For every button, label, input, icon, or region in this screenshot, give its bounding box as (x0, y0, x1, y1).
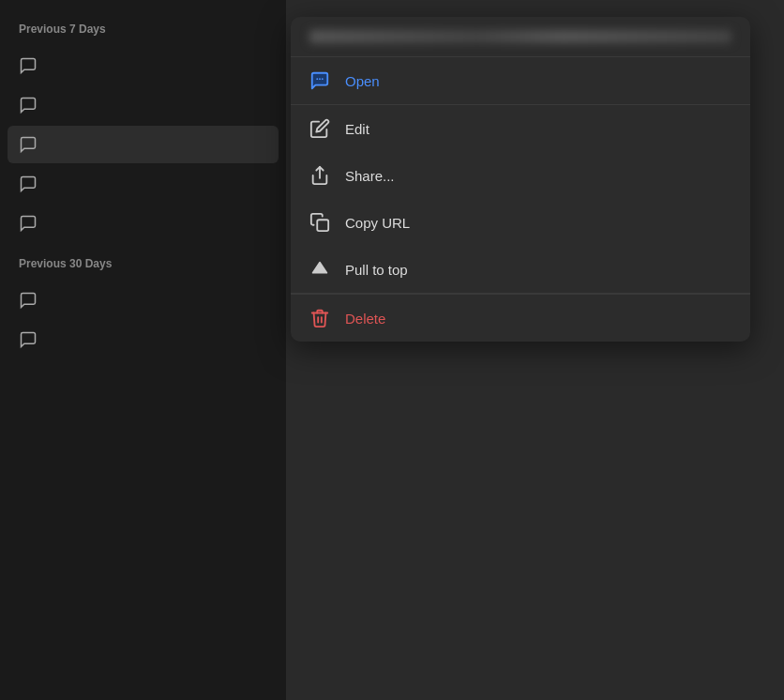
chat-icon-2 (19, 96, 38, 114)
main-bottom-bar (286, 653, 784, 700)
menu-item-pull-to-top[interactable]: Pull to top (291, 246, 750, 294)
section-previous-30-days: Previous 30 Days (8, 250, 279, 358)
chat-icon-1 (19, 56, 38, 75)
pull-to-top-label: Pull to top (345, 262, 408, 278)
section-previous-7-days: Previous 7 Days (8, 15, 279, 242)
chat-icon-7 (19, 330, 38, 349)
sidebar-item-1[interactable] (8, 47, 279, 84)
section-label-7days: Previous 7 Days (8, 15, 279, 43)
share-label: Share... (345, 168, 395, 184)
edit-label: Edit (345, 121, 369, 137)
section-label-30days: Previous 30 Days (8, 250, 279, 278)
sidebar-item-2[interactable] (8, 86, 279, 124)
svg-point-1 (319, 78, 321, 80)
context-menu: Open Edit Share... Copy (291, 17, 750, 342)
svg-rect-4 (317, 220, 328, 231)
trash-icon (309, 308, 330, 328)
open-chat-icon (309, 70, 330, 91)
chat-icon-4 (19, 175, 38, 193)
chat-icon-5 (19, 214, 38, 233)
sidebar-item-3[interactable] (8, 126, 279, 163)
copy-icon (309, 212, 330, 233)
svg-point-2 (322, 78, 324, 80)
chat-icon-6 (19, 291, 38, 310)
sidebar: Previous 7 Days (0, 0, 286, 700)
menu-item-share[interactable]: Share... (291, 152, 750, 199)
sidebar-item-5[interactable] (8, 205, 279, 242)
copy-url-label: Copy URL (345, 215, 410, 231)
open-label: Open (345, 73, 380, 89)
sidebar-item-7[interactable] (8, 321, 279, 358)
sidebar-item-4[interactable] (8, 165, 279, 203)
pull-top-icon (309, 259, 330, 280)
menu-item-edit[interactable]: Edit (291, 105, 750, 152)
chat-icon-3 (19, 135, 38, 154)
svg-marker-5 (313, 263, 327, 273)
menu-item-delete[interactable]: Delete (291, 294, 750, 342)
svg-point-0 (316, 78, 318, 80)
context-menu-header (291, 17, 750, 57)
menu-item-open[interactable]: Open (291, 57, 750, 105)
sidebar-item-6[interactable] (8, 282, 279, 319)
share-icon (309, 165, 330, 186)
menu-item-copy-url[interactable]: Copy URL (291, 199, 750, 246)
context-menu-header-text (309, 30, 731, 43)
edit-icon (309, 118, 330, 139)
delete-label: Delete (345, 311, 385, 327)
